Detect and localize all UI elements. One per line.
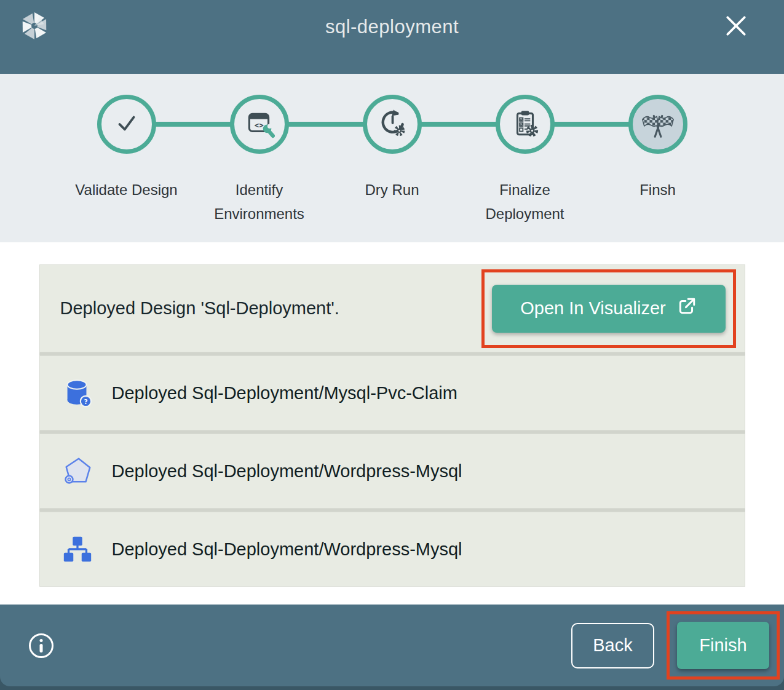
deployed-resource-row: ? Deployed Sql-Deployment/Mysql-Pvc-Clai… [39,355,745,430]
deployment-wizard-modal: sql-deployment Validate Design [0,0,784,686]
dry-run-step-circle[interactable] [363,95,422,154]
step-validate-design: Validate Design [60,95,193,226]
deployed-resource-text: Deployed Sql-Deployment/Wordpress-Mysql [112,461,462,482]
step-label: Finsh [596,178,719,202]
deployed-resource-row: Deployed Sql-Deployment/Wordpress-Mysql [39,434,745,509]
storage-volume-icon: ? [61,376,94,410]
finish-step-circle[interactable] [628,95,687,154]
step-identify-environments: <> Identify Environments [193,95,326,226]
clipboard-gear-icon [510,108,540,141]
svg-text:?: ? [84,398,87,405]
deployed-resource-text: Deployed Sql-Deployment/Wordpress-Mysql [112,539,462,560]
info-icon[interactable] [29,633,53,658]
finish-button[interactable]: Finish [677,622,769,669]
workload-sitemap-icon [61,533,94,566]
modal-header: sql-deployment [0,0,784,74]
step-finalize-deployment: Finalize Deployment [459,95,592,226]
open-in-new-icon [677,296,697,320]
open-in-visualizer-button[interactable]: Open In Visualizer [492,285,726,333]
service-pentagon-icon [61,454,94,488]
annotation-highlight-visualizer: Open In Visualizer [481,269,736,348]
deployed-design-message: Deployed Design 'Sql-Deployment'. [60,298,339,319]
close-icon[interactable] [724,14,748,38]
modal-title: sql-deployment [325,16,459,38]
step-finish: Finsh [592,95,724,226]
deployed-design-row: Deployed Design 'Sql-Deployment'. Open I… [39,264,745,352]
validate-design-step-circle[interactable] [97,95,156,154]
finish-flags-icon [639,104,677,145]
back-button[interactable]: Back [571,623,654,668]
step-dry-run: Dry Run [326,95,459,226]
identify-environments-step-circle[interactable]: <> [230,95,289,154]
sync-gear-icon [377,108,408,141]
modal-footer: Back Finish [0,605,784,686]
annotation-highlight-finish: Finish [667,611,780,680]
step-label: Dry Run [331,178,454,202]
code-wrench-icon: <> [244,108,275,141]
deployment-results: Deployed Design 'Sql-Deployment'. Open I… [0,242,784,605]
finalize-deployment-step-circle[interactable] [496,95,555,154]
deployed-resource-row: Deployed Sql-Deployment/Wordpress-Mysql [39,512,745,587]
check-icon [113,109,141,140]
open-in-visualizer-label: Open In Visualizer [520,298,665,319]
step-label: Identify Environments [198,178,321,226]
deployed-resource-text: Deployed Sql-Deployment/Mysql-Pvc-Claim [112,383,457,403]
step-label: Finalize Deployment [464,178,587,226]
step-label: Validate Design [65,178,188,202]
meshery-logo-icon [18,10,50,42]
wizard-stepper: Validate Design <> Ide [0,74,784,242]
svg-text:<>: <> [254,121,263,130]
